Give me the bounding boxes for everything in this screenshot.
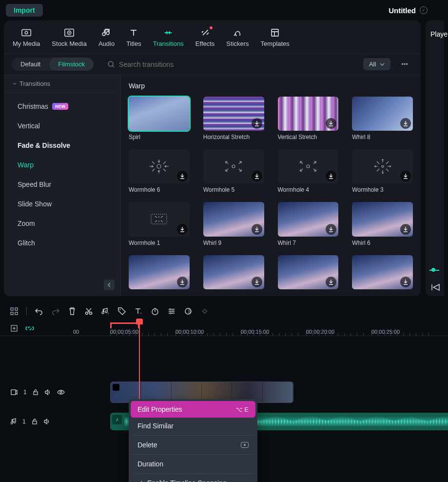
tab-stickers[interactable]: Stickers	[221, 25, 253, 49]
import-button[interactable]: Import	[6, 4, 43, 17]
tab-stock-media[interactable]: Stock Media	[47, 25, 92, 49]
transition-thumbnail[interactable]	[203, 202, 264, 236]
undo-icon[interactable]	[35, 307, 43, 316]
transition-item[interactable]: Whirl 8	[352, 97, 413, 141]
speed-icon[interactable]	[151, 307, 159, 316]
collapse-sidebar-button[interactable]	[104, 280, 115, 290]
transition-thumbnail[interactable]	[278, 255, 339, 289]
transition-thumbnail[interactable]	[129, 255, 190, 289]
link-icon[interactable]	[25, 324, 34, 333]
sidebar-item-zoom[interactable]: Zoom	[4, 214, 120, 233]
transition-item[interactable]: Vertical Stretch	[278, 97, 339, 141]
download-icon[interactable]	[252, 118, 262, 129]
range-marker[interactable]	[110, 322, 139, 324]
color-icon[interactable]	[184, 307, 193, 316]
transition-item[interactable]: Whirl 7	[278, 202, 339, 246]
transition-thumbnail[interactable]	[352, 202, 413, 236]
download-icon[interactable]	[400, 118, 411, 129]
mute-icon[interactable]	[43, 419, 50, 424]
download-icon[interactable]	[177, 224, 188, 235]
transition-item[interactable]: Whirl 6	[352, 202, 413, 246]
delete-icon[interactable]	[68, 307, 77, 316]
playhead-handle[interactable]	[136, 319, 143, 324]
transition-item[interactable]: Spirl	[129, 97, 190, 141]
transition-item[interactable]	[352, 255, 413, 289]
transition-item[interactable]	[278, 255, 339, 289]
download-icon[interactable]	[252, 171, 262, 181]
keyframe-icon[interactable]	[200, 307, 209, 316]
transition-thumbnail[interactable]	[203, 97, 264, 131]
transition-thumbnail[interactable]	[278, 97, 339, 131]
download-icon[interactable]	[326, 277, 336, 287]
transition-thumbnail[interactable]	[203, 149, 264, 183]
transition-thumbnail[interactable]	[278, 149, 339, 183]
transition-item[interactable]	[203, 255, 264, 289]
adjust-icon[interactable]	[167, 307, 176, 316]
download-icon[interactable]	[177, 171, 188, 181]
transition-thumbnail[interactable]	[352, 255, 413, 289]
redo-icon[interactable]	[51, 307, 60, 316]
transition-item[interactable]	[129, 255, 190, 289]
transition-thumbnail[interactable]	[203, 255, 264, 289]
more-button[interactable]: •••	[396, 60, 413, 68]
filter-dropdown[interactable]: All	[363, 58, 390, 70]
tab-my-media[interactable]: My Media	[8, 25, 45, 49]
transition-thumbnail[interactable]	[278, 202, 339, 236]
download-icon[interactable]	[252, 224, 262, 235]
download-icon[interactable]	[400, 224, 411, 235]
transition-item[interactable]: Wormhole 4	[278, 149, 339, 193]
tag-icon[interactable]	[117, 307, 126, 316]
lock-icon[interactable]	[33, 389, 39, 396]
transition-item[interactable]: Wormhole 1	[129, 202, 190, 246]
tab-effects[interactable]: Effects	[191, 25, 220, 49]
transition-item[interactable]: Wormhole 6	[129, 149, 190, 193]
sidebar-item-christmas[interactable]: ChristmasNEW	[4, 97, 120, 116]
add-track-icon[interactable]	[10, 324, 19, 333]
download-icon[interactable]	[252, 277, 262, 287]
tab-audio[interactable]: Audio	[94, 25, 119, 49]
toggle-filmstock[interactable]: Filmstock	[49, 58, 94, 71]
lock-icon[interactable]	[32, 418, 38, 425]
download-icon[interactable]	[326, 224, 336, 235]
transition-thumbnail[interactable]	[129, 97, 190, 131]
sidebar-item-warp[interactable]: Warp	[4, 155, 120, 175]
text-edit-icon[interactable]	[134, 307, 143, 316]
transition-thumbnail[interactable]	[352, 149, 413, 183]
arrange-icon[interactable]	[10, 307, 19, 316]
tab-titles[interactable]: Titles	[121, 25, 146, 49]
download-icon[interactable]	[400, 277, 411, 287]
tab-transitions[interactable]: Transitions	[148, 25, 189, 49]
sidebar-header[interactable]: Transitions	[4, 75, 120, 93]
transition-thumbnail[interactable]	[129, 149, 190, 183]
transition-thumbnail[interactable]	[352, 97, 413, 131]
transition-item[interactable]: Wormhole 3	[352, 149, 413, 193]
transition-thumbnail[interactable]	[129, 202, 190, 236]
download-icon[interactable]	[400, 171, 411, 181]
ctx-duration[interactable]: Duration	[131, 456, 255, 472]
music-edit-icon[interactable]	[101, 307, 110, 316]
project-title: Untitled	[389, 6, 416, 15]
prev-frame-icon[interactable]	[430, 283, 440, 291]
tab-templates[interactable]: Templates	[256, 25, 294, 49]
visibility-icon[interactable]	[57, 389, 65, 395]
download-icon[interactable]	[326, 118, 336, 129]
mute-icon[interactable]	[44, 389, 51, 395]
sidebar-item-fade-dissolve[interactable]: Fade & Dissolve	[4, 136, 120, 155]
ctx-find-similar[interactable]: Find Similar	[131, 418, 255, 434]
split-icon[interactable]	[84, 307, 93, 316]
toggle-default[interactable]: Default	[12, 58, 49, 71]
transition-item[interactable]: Horizontal Stretch	[203, 97, 264, 141]
search-input[interactable]	[119, 60, 216, 68]
sidebar-item-glitch[interactable]: Glitch	[4, 233, 120, 253]
sidebar-item-vertical[interactable]: Vertical	[4, 116, 120, 136]
transition-item[interactable]: Wormhole 5	[203, 149, 264, 193]
ctx-edit-properties[interactable]: Edit Properties ⌥ E	[131, 401, 255, 418]
player-progress-handle[interactable]	[430, 267, 436, 273]
sidebar-item-slide-show[interactable]: Slide Show	[4, 194, 120, 214]
ctx-delete[interactable]: Delete ×	[131, 437, 255, 453]
download-icon[interactable]	[177, 277, 188, 287]
transition-item[interactable]: Whirl 9	[203, 202, 264, 246]
sidebar-item-speed-blur[interactable]: Speed Blur	[4, 175, 120, 194]
ctx-snapping[interactable]: ✓Enable Timeline Snapping	[131, 475, 255, 482]
download-icon[interactable]	[326, 171, 336, 181]
